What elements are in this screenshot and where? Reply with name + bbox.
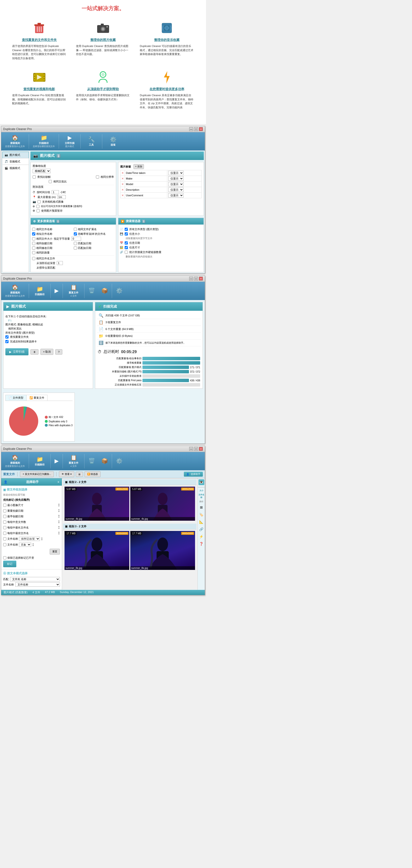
maximize-btn-2[interactable]: □	[194, 277, 198, 281]
same-attr-cb[interactable]	[32, 251, 35, 254]
tb-home-1[interactable]: 🏠 搜索规则 您需要查找什么文件	[2, 133, 28, 150]
same-res-cb[interactable]	[96, 175, 99, 179]
tb-files-2[interactable]: 📋 重复文件 4 文件	[64, 283, 83, 299]
mode-picture-btn[interactable]: 📷 图片模式	[2, 152, 29, 158]
grid-btn-3[interactable]: ⊞	[76, 472, 83, 477]
tb-home-2[interactable]: 🏠 搜索规则 您需要查找什么文件	[2, 283, 28, 299]
minimize-btn-2[interactable]: —	[189, 277, 193, 281]
sort-arrows-4[interactable]: ▲ ▼	[58, 526, 60, 529]
file-thumb-2-1[interactable]: 5.87 MB 4000x2500 summer_4k.jpg	[65, 487, 129, 521]
exif-del-0[interactable]: ✕	[121, 170, 125, 176]
tag-panel-icon[interactable]: 🏷️	[198, 512, 204, 518]
tb-del-3[interactable]: 🗑️	[86, 453, 98, 469]
raw-cb[interactable]	[37, 200, 41, 204]
max-size-input[interactable]	[57, 195, 66, 199]
tb-copy-2[interactable]: 📦	[98, 283, 111, 299]
sort-down-3[interactable]: ▼	[58, 522, 60, 524]
match-type-select[interactable]: 模糊匹配	[33, 169, 51, 173]
sort-down-4[interactable]: ▼	[58, 528, 60, 529]
subfolder-cb[interactable]	[36, 205, 39, 208]
byte-input[interactable]	[71, 237, 81, 241]
filter-dim-cb[interactable]	[125, 246, 128, 249]
similar-name-cb[interactable]	[32, 232, 35, 236]
pri-cb-4[interactable]	[3, 526, 6, 529]
pri-cb-7[interactable]	[3, 543, 6, 546]
sort-arrows-7[interactable]: ▲ ▼	[32, 543, 34, 547]
close-btn-1[interactable]: ✕	[199, 127, 203, 131]
filter-btn-3[interactable]: 🔽 筛选器	[85, 471, 101, 477]
match-date1-cb[interactable]	[74, 242, 77, 245]
tb-scan-3[interactable]: 📁 扫描路径	[30, 453, 50, 469]
ignore-copy-cb[interactable]	[74, 232, 77, 236]
feature-title-music[interactable]: 整理你的音乐收藏	[140, 38, 194, 42]
cancel-btn[interactable]: × 取消	[40, 349, 53, 355]
apply-mark-btn[interactable]: 标记	[3, 561, 16, 567]
sort-down-6[interactable]: ▼	[41, 539, 43, 541]
sort-arrows-2[interactable]: ▲ ▼	[58, 515, 60, 518]
chart-tab-dup[interactable]: 🔁 重复文件	[27, 395, 47, 401]
feature-title-files[interactable]: 查找重复的文件和文件夹	[12, 38, 66, 42]
go-results-cb[interactable]	[5, 340, 8, 343]
tb-go-1[interactable]: ▶ 立即扫描 图片模式	[60, 133, 80, 150]
same-ext-cb[interactable]	[74, 228, 77, 231]
time-group-input[interactable]	[52, 190, 59, 194]
grid-panel-icon[interactable]: ⊞	[198, 504, 204, 510]
exif-del-4[interactable]: ✕	[121, 193, 125, 198]
filter-type-cb[interactable]	[125, 228, 128, 231]
tb-options-3[interactable]: ⚙️	[113, 453, 125, 469]
pri-cb-1[interactable]	[3, 509, 6, 513]
filter-date-cb[interactable]	[125, 241, 128, 245]
sort-down-1[interactable]: ▼	[58, 511, 60, 513]
maximize-btn-3[interactable]: □	[194, 447, 198, 451]
pri-cb-6[interactable]	[3, 537, 6, 540]
sort-arrows-3[interactable]: ▲ ▼	[58, 520, 60, 524]
chart-tab-type[interactable]: 📄 文件类型	[5, 395, 27, 401]
assistant-btn-3[interactable]: 👤 选择助手	[184, 472, 203, 476]
filter-link-cb[interactable]	[125, 251, 128, 254]
pri-cb-3[interactable]	[3, 521, 6, 524]
pri-cb-5[interactable]	[3, 532, 6, 535]
tb-files-3[interactable]: 📋 重复文件 4 文件	[64, 453, 83, 469]
feature-title-video[interactable]: 查找重复的视频和电影	[12, 87, 66, 91]
sort-down-0[interactable]: ▼	[58, 505, 60, 507]
minimize-btn-3[interactable]: —	[189, 447, 193, 451]
sort-arrows-1[interactable]: ▲ ▼	[58, 509, 60, 513]
tb-scan-1[interactable]: 📁 扫描路径 您希望在哪里查找文件	[30, 133, 58, 150]
view-btn-3[interactable]: 👁 查看 ▾	[59, 471, 74, 477]
exif-action-select-1[interactable]: 仅显示	[168, 176, 184, 181]
filter-size-cb[interactable]	[125, 232, 128, 236]
match-date2-cb[interactable]	[74, 246, 77, 250]
file-thumb-3-2[interactable]: 17.7 MB 8000x5000 summer_8k.jpg	[130, 531, 195, 570]
same-create-cb[interactable]	[32, 242, 35, 245]
exif-del-3[interactable]: ✕	[121, 187, 125, 193]
tb-home-3[interactable]: 🏠 搜索规则 您需要查找什么文件	[2, 453, 28, 469]
minimize-btn-1[interactable]: —	[189, 127, 193, 131]
keep-unchanged-cb[interactable]	[3, 556, 6, 559]
sort-arrows-6[interactable]: ▲ ▼	[41, 537, 43, 541]
add-tag-btn[interactable]: + 添加	[133, 164, 144, 169]
reset-btn[interactable]: 重置	[50, 549, 60, 555]
tb-go-2[interactable]: ▶	[52, 283, 62, 299]
rename-btn-3[interactable]: × 某文件夹标记已为删除...	[20, 471, 54, 477]
tb-copy-3[interactable]: 📦	[98, 453, 111, 469]
mode-audio-btn[interactable]: 🎵 音频模式	[2, 158, 29, 165]
sort-down-2[interactable]: ▼	[58, 516, 60, 518]
sort-arrows-0[interactable]: ▲ ▼	[58, 503, 60, 507]
ruler-panel-icon[interactable]: 📐	[198, 519, 204, 525]
help-btn-scan[interactable]: ?	[55, 349, 62, 354]
tb-del-2[interactable]: 🗑️	[86, 283, 98, 299]
pri-cb-0[interactable]	[3, 504, 6, 507]
tb-options-1[interactable]: ⚙️ 选项	[103, 133, 123, 150]
tb-tools-1[interactable]: 🔧 工具	[82, 133, 101, 150]
feature-title-photos[interactable]: 整理你的照片收藏	[76, 38, 130, 42]
eye-panel-icon[interactable]: 👁️	[198, 479, 204, 485]
tb-go-3[interactable]: ▶	[52, 453, 62, 469]
thumb-cb[interactable]	[36, 209, 40, 212]
tb-scan-2[interactable]: 📁 扫描路径	[30, 283, 50, 299]
feature-title-power[interactable]: 在您需要时提供更多功率	[140, 87, 194, 91]
file-thumb-3-1[interactable]: 17.7 MB 8000x5000 summer_8k.jpg	[65, 531, 129, 570]
file-thumb-2-2[interactable]: 5.87 MB 4000x2500 summer_4k.jpg	[130, 487, 195, 521]
sort-arrows-5[interactable]: ▲ ▼	[58, 531, 60, 535]
tb-options-2[interactable]: ⚙️	[113, 283, 125, 299]
find-frames-cb[interactable]	[33, 175, 36, 179]
